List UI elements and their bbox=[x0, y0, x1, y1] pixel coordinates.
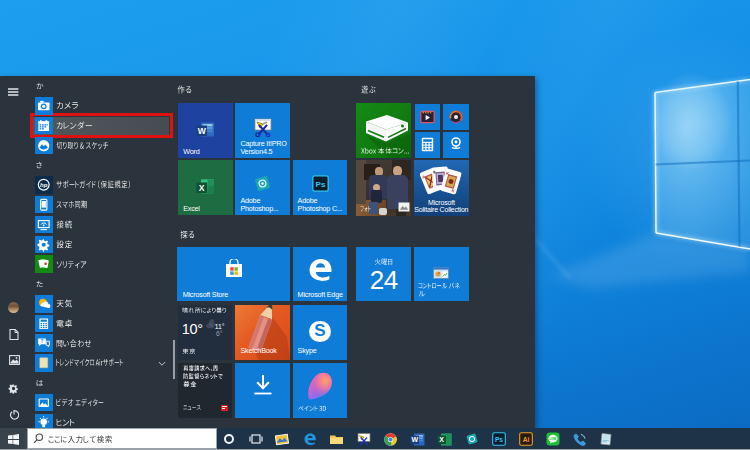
svg-text:LINE: LINE bbox=[549, 437, 557, 441]
svg-text:X: X bbox=[440, 436, 445, 443]
svg-text:X: X bbox=[199, 183, 205, 193]
svg-text:Ai: Ai bbox=[522, 436, 529, 443]
svg-text:?: ? bbox=[41, 340, 44, 345]
svg-text:hp: hp bbox=[40, 182, 48, 188]
svg-text:Ps: Ps bbox=[315, 180, 325, 189]
svg-text:W: W bbox=[198, 126, 207, 136]
svg-text:W: W bbox=[412, 436, 419, 443]
svg-text:Ps: Ps bbox=[495, 436, 503, 443]
